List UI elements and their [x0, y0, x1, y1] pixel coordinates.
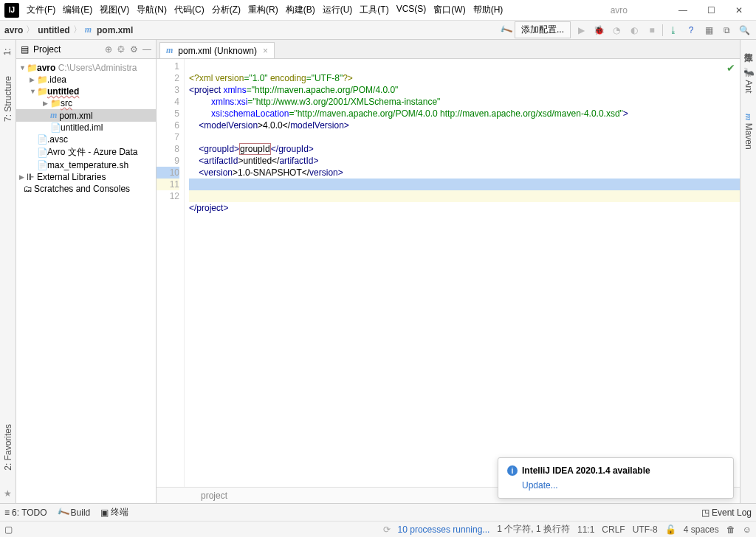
- status-indent[interactable]: 4 spaces: [684, 524, 719, 535]
- menu-navigate[interactable]: 导航(N): [134, 2, 170, 18]
- tool-ant-tab[interactable]: 🐜 Ant: [743, 63, 754, 96]
- stop-icon[interactable]: ■: [645, 23, 659, 38]
- tool-structure-tab[interactable]: 7: Structure: [3, 73, 13, 125]
- tree-iml[interactable]: 📄untitled.iml: [16, 122, 156, 134]
- right-tool-strip: 数据库 🐜 Ant m Maven: [740, 40, 756, 503]
- menu-tools[interactable]: 工具(T): [357, 2, 391, 18]
- profile-icon[interactable]: ◐: [627, 23, 642, 38]
- ide-tools-icon[interactable]: ▦: [701, 23, 716, 38]
- status-readonly-icon[interactable]: 🔓: [665, 524, 676, 535]
- star-icon: ★: [4, 488, 12, 499]
- project-panel-icon: ▤: [21, 44, 29, 55]
- menu-build[interactable]: 构建(B): [283, 2, 318, 18]
- close-tab-icon[interactable]: ×: [263, 46, 268, 56]
- help-icon[interactable]: ?: [684, 23, 698, 38]
- notification-update-link[interactable]: Update...: [522, 480, 724, 491]
- build-icon[interactable]: 🔨: [498, 23, 513, 38]
- tool-database-tab[interactable]: 数据库: [742, 43, 755, 49]
- editor-tabs: m pom.xml (Unknown) ×: [157, 40, 740, 59]
- gutter: 123456789101112: [157, 59, 185, 487]
- gear-icon[interactable]: ⚙: [130, 44, 138, 55]
- menu-edit[interactable]: 编辑(E): [60, 2, 95, 18]
- menu-analyze[interactable]: 分析(Z): [209, 2, 244, 18]
- menu-vcs[interactable]: VCS(S): [394, 2, 430, 18]
- hammer-icon: 🔨: [55, 505, 70, 520]
- project-tree[interactable]: ▼📁avro C:\Users\Administra ▶📁.idea ▼📁unt…: [16, 59, 156, 503]
- tree-src[interactable]: ▶📁src: [16, 97, 156, 109]
- tree-maxtemp[interactable]: 📄max_temperature.sh: [16, 159, 156, 171]
- hide-panel-icon[interactable]: —: [142, 44, 151, 55]
- close-button[interactable]: ✕: [728, 3, 750, 18]
- status-tool-windows-icon[interactable]: ▢: [4, 524, 13, 535]
- tool-build[interactable]: 🔨Build: [58, 507, 91, 518]
- ant-icon: 🐜: [743, 66, 754, 77]
- statusbar: ▢ ⟳ 10 processes running... 1 个字符, 1 换行符…: [0, 521, 756, 537]
- menu-file[interactable]: 文件(F): [24, 2, 58, 18]
- menu-window[interactable]: 窗口(W): [430, 2, 468, 18]
- titlebar: IJ 文件(F) 编辑(E) 视图(V) 导航(N) 代码(C) 分析(Z) 重…: [0, 0, 756, 21]
- tool-eventlog[interactable]: ◳ Event Log: [701, 507, 752, 518]
- eventlog-icon: ◳: [701, 507, 709, 518]
- code-content[interactable]: ✔<?xml version="1.0" encoding="UTF-8"?> …: [185, 59, 740, 487]
- tool-favorites-tab[interactable]: 2: Favorites: [3, 421, 13, 474]
- menu-view[interactable]: 视图(V): [97, 2, 132, 18]
- target-icon[interactable]: ⊕: [105, 44, 112, 55]
- crumb-project[interactable]: avro: [4, 25, 23, 35]
- status-hector-icon[interactable]: ☺: [743, 524, 752, 535]
- info-icon: i: [507, 465, 518, 476]
- project-panel-header: ▤ Project ⊕ ⯐ ⚙ —: [16, 40, 156, 59]
- menu-help[interactable]: 帮助(H): [470, 2, 506, 18]
- code-editor[interactable]: 123456789101112 ✔<?xml version="1.0" enc…: [157, 59, 740, 487]
- menu-code[interactable]: 代码(C): [171, 2, 207, 18]
- bottom-tool-bar: ≡ 6: TODO 🔨Build ▣ 终端 ◳ Event Log: [0, 503, 756, 521]
- nav-toolbar: avro 〉 untitled 〉 m pom.xml 🔨 添加配置... ▶ …: [0, 21, 756, 40]
- tree-scratches[interactable]: 🗂Scratches and Consoles: [16, 183, 156, 195]
- terminal-icon: ▣: [100, 507, 109, 518]
- status-encoding[interactable]: UTF-8: [633, 524, 658, 535]
- search-icon[interactable]: 🔍: [737, 23, 752, 38]
- project-panel: ▤ Project ⊕ ⯐ ⚙ — ▼📁avro C:\Users\Admini…: [16, 40, 157, 503]
- tree-idea[interactable]: ▶📁.idea: [16, 74, 156, 86]
- add-configuration-button[interactable]: 添加配置...: [515, 21, 571, 38]
- chevron-right-icon: 〉: [26, 24, 35, 36]
- menubar: 文件(F) 编辑(E) 视图(V) 导航(N) 代码(C) 分析(Z) 重构(R…: [24, 2, 611, 18]
- coverage-icon[interactable]: ◔: [609, 23, 624, 38]
- toolbar-right: 🔨 添加配置... ▶ 🐞 ◔ ◐ ■ ⭳ ? ▦ ⧉ 🔍: [501, 21, 752, 38]
- tool-maven-tab[interactable]: m Maven: [743, 111, 754, 153]
- update-notification: iIntelliJ IDEA 2020.1.4 available Update…: [498, 457, 734, 499]
- tree-avrofile[interactable]: 📄Avro 文件 - Azure Data: [16, 145, 156, 159]
- tree-external-libs[interactable]: ▶⊪External Libraries: [16, 171, 156, 183]
- tree-pom-selected[interactable]: mpom.xml: [16, 109, 156, 122]
- maximize-button[interactable]: ☐: [700, 3, 722, 18]
- maven-icon: m: [743, 114, 754, 120]
- tool-todo[interactable]: ≡ 6: TODO: [4, 507, 47, 518]
- tree-untitled[interactable]: ▼📁untitled: [16, 86, 156, 97]
- main-area: 1: 项目 7: Structure 2: Favorites ★ ▤ Proj…: [0, 40, 756, 503]
- tool-project-tab[interactable]: 1: 项目: [1, 43, 14, 58]
- menu-refactor[interactable]: 重构(R): [245, 2, 281, 18]
- tree-avsc[interactable]: 📄.avsc: [16, 134, 156, 145]
- status-position[interactable]: 11:1: [577, 524, 594, 535]
- tab-pom[interactable]: m pom.xml (Unknown) ×: [159, 42, 275, 58]
- chevron-right-icon: 〉: [73, 24, 82, 36]
- status-processes[interactable]: 10 processes running...: [398, 524, 490, 535]
- status-memory-icon[interactable]: 🗑: [726, 524, 735, 535]
- expand-all-icon[interactable]: ⯐: [117, 44, 126, 55]
- inspection-ok-icon: ✔: [726, 62, 735, 74]
- minimize-button[interactable]: —: [672, 3, 694, 18]
- status-selection: 1 个字符, 1 换行符: [497, 523, 570, 536]
- window-controls: — ☐ ✕: [672, 3, 750, 18]
- debug-icon[interactable]: 🐞: [591, 23, 606, 38]
- tool-terminal[interactable]: ▣ 终端: [100, 506, 128, 519]
- crumb-file[interactable]: pom.xml: [97, 25, 133, 35]
- editor-area: m pom.xml (Unknown) × 123456789101112 ✔<…: [157, 40, 740, 503]
- status-eol[interactable]: CRLF: [602, 524, 625, 535]
- menu-run[interactable]: 运行(U): [320, 2, 356, 18]
- search-everywhere-icon[interactable]: ⧉: [719, 23, 734, 38]
- vcs-update-icon[interactable]: ⭳: [666, 23, 681, 38]
- crumb-module[interactable]: untitled: [38, 25, 69, 35]
- maven-file-icon: m: [50, 110, 57, 121]
- tree-root[interactable]: ▼📁avro C:\Users\Administra: [16, 62, 156, 74]
- tab-label: pom.xml (Unknown): [178, 46, 257, 56]
- run-icon[interactable]: ▶: [574, 23, 588, 38]
